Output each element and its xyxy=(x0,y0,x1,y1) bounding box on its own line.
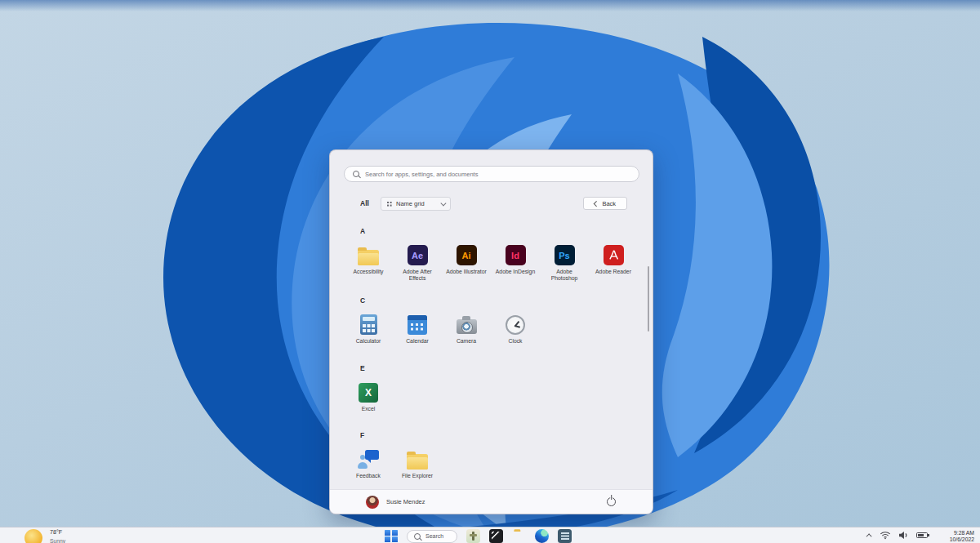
app-adobe-reader[interactable]: Adobe Reader xyxy=(589,243,638,282)
app-row: Feedback File Explorer xyxy=(344,447,653,479)
menu-scrollbar[interactable] xyxy=(648,266,649,332)
calendar-icon xyxy=(408,315,427,335)
weather-temp: 78°F xyxy=(50,528,65,536)
camera-icon xyxy=(457,319,477,334)
app-adobe-after-effects[interactable]: Ae Adobe After Effects xyxy=(393,243,442,282)
start-search-input[interactable]: Search for apps, settings, and documents xyxy=(344,166,639,182)
app-row: Accessibility Ae Adobe After Effects Ai … xyxy=(344,243,653,282)
wallpaper-top-shade xyxy=(0,0,980,11)
view-selector-dropdown[interactable]: Name grid xyxy=(381,197,451,211)
app-label: Accessibility xyxy=(353,269,383,275)
clock-date: 10/6/2022 xyxy=(950,536,974,543)
app-adobe-indesign[interactable]: Id Adobe InDesign xyxy=(491,243,540,282)
taskbar-center: Search xyxy=(385,529,572,543)
search-placeholder: Search for apps, settings, and documents xyxy=(365,171,478,178)
app-camera[interactable]: Camera xyxy=(442,312,491,345)
section-e: E X Excel xyxy=(330,364,653,412)
calculator-icon xyxy=(360,314,377,335)
weather-condition: Sunny xyxy=(50,538,65,543)
app-excel[interactable]: X Excel xyxy=(344,380,393,412)
app-file-explorer[interactable]: File Explorer xyxy=(393,447,442,479)
app-label: Clock xyxy=(509,338,523,345)
tray-overflow-chevron-icon[interactable] xyxy=(866,533,872,539)
excel-icon: X xyxy=(359,383,378,403)
section-c: C Calculator Calendar Camera Clock xyxy=(330,296,653,345)
section-a: A Accessibility Ae Adobe After Effects A… xyxy=(330,227,653,282)
system-tray xyxy=(868,531,928,540)
section-letter[interactable]: E xyxy=(360,364,653,372)
app-label: Calculator xyxy=(356,338,381,345)
after-effects-icon: Ae xyxy=(408,245,428,265)
app-row: X Excel xyxy=(344,380,653,412)
feedback-icon xyxy=(358,449,380,470)
section-f: F Feedback File Explorer xyxy=(330,431,653,479)
app-label: File Explorer xyxy=(402,473,433,479)
pinned-app-icon[interactable] xyxy=(489,529,503,543)
wifi-icon[interactable] xyxy=(880,531,891,540)
pinned-app-icon[interactable] xyxy=(558,529,572,543)
app-label: Excel xyxy=(362,406,376,412)
app-label: Adobe Reader xyxy=(595,269,631,275)
user-avatar[interactable] xyxy=(366,496,379,509)
app-clock[interactable]: Clock xyxy=(491,312,540,345)
start-menu-panel: Search for apps, settings, and documents… xyxy=(329,149,653,514)
volume-icon[interactable] xyxy=(898,531,909,540)
sun-icon xyxy=(24,529,42,543)
clock-time: 9:28 AM xyxy=(950,530,974,536)
app-feedback[interactable]: Feedback xyxy=(344,447,393,479)
app-accessibility[interactable]: Accessibility xyxy=(344,243,393,282)
all-apps-label: All xyxy=(360,199,369,207)
user-bar: Susie Mendez xyxy=(330,489,653,514)
weather-widget[interactable]: 78°F Sunny xyxy=(24,528,65,543)
acrobat-reader-icon xyxy=(604,245,624,265)
app-label: Adobe InDesign xyxy=(496,269,535,275)
app-label: Calendar xyxy=(406,338,429,345)
grid-view-icon xyxy=(387,202,392,207)
taskbar: 78°F Sunny Search 9:28 AM 10/6/2022 xyxy=(0,527,980,543)
chevron-left-icon xyxy=(594,201,599,206)
app-label: Adobe Photoshop xyxy=(546,269,582,282)
photoshop-icon: Ps xyxy=(555,245,575,265)
section-letter[interactable]: C xyxy=(360,296,653,305)
battery-icon[interactable] xyxy=(916,532,928,539)
indesign-icon: Id xyxy=(506,245,526,265)
app-calendar[interactable]: Calendar xyxy=(393,312,442,345)
view-selector-label: Name grid xyxy=(396,200,425,207)
section-letter[interactable]: F xyxy=(360,431,653,439)
pinned-app-icon[interactable] xyxy=(466,529,480,543)
user-name[interactable]: Susie Mendez xyxy=(386,498,425,505)
app-label: Adobe Illustrator xyxy=(446,269,487,275)
app-adobe-photoshop[interactable]: Ps Adobe Photoshop xyxy=(540,243,589,282)
folder-icon xyxy=(358,250,379,265)
section-letter[interactable]: A xyxy=(360,227,653,235)
taskbar-clock[interactable]: 9:28 AM 10/6/2022 xyxy=(950,530,974,543)
power-button[interactable] xyxy=(607,497,616,506)
app-label: Adobe After Effects xyxy=(399,269,435,282)
search-icon xyxy=(353,171,359,177)
file-explorer-icon[interactable] xyxy=(514,531,523,541)
app-label: Feedback xyxy=(356,473,381,479)
taskbar-search-label: Search xyxy=(425,533,443,539)
start-button[interactable] xyxy=(385,530,398,543)
chevron-down-icon xyxy=(440,201,445,206)
illustrator-icon: Ai xyxy=(457,245,477,265)
app-calculator[interactable]: Calculator xyxy=(344,312,393,345)
clock-icon xyxy=(506,315,525,335)
app-label: Camera xyxy=(457,338,476,345)
app-row: Calculator Calendar Camera Clock xyxy=(344,312,653,345)
folder-icon xyxy=(407,454,428,470)
taskbar-search[interactable]: Search xyxy=(407,530,457,543)
app-adobe-illustrator[interactable]: Ai Adobe Illustrator xyxy=(442,243,491,282)
search-icon xyxy=(414,533,421,540)
back-button-label: Back xyxy=(602,200,616,207)
back-button[interactable]: Back xyxy=(583,197,627,210)
edge-browser-icon[interactable] xyxy=(535,529,549,543)
